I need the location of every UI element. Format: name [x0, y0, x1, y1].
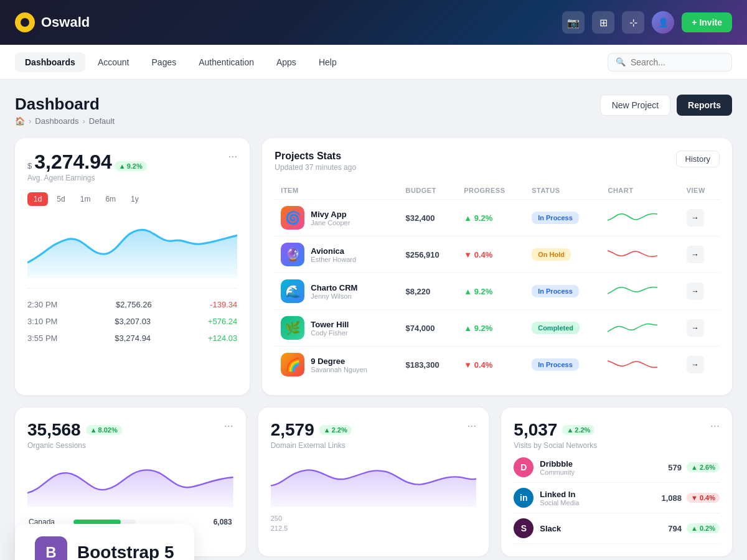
item-thumb: 🌀: [281, 206, 304, 230]
domain-links-label: Domain External Links: [271, 441, 352, 450]
time-btn-1d[interactable]: 1d: [27, 192, 48, 206]
search-input[interactable]: [631, 57, 724, 67]
view-button[interactable]: →: [687, 282, 704, 300]
domain-links-card: 2,579 ▲ 2.2% Domain External Links ···: [258, 408, 489, 556]
linkedin-icon: in: [514, 488, 533, 508]
list-item: in Linked In Social Media 1,088 ▼ 0.4%: [514, 483, 720, 513]
social-networks-value: 5,037: [514, 420, 557, 440]
nav-item-account[interactable]: Account: [88, 52, 139, 72]
view-button[interactable]: →: [687, 246, 704, 263]
search-icon: 🔍: [616, 57, 626, 67]
data-row: 3:10 PM $3,207.03 +576.24: [27, 313, 237, 330]
invite-button[interactable]: + Invite: [682, 12, 732, 32]
time-btn-5d[interactable]: 5d: [50, 192, 71, 206]
domain-more-button[interactable]: ···: [467, 420, 476, 431]
item-thumb: 🌿: [281, 316, 304, 340]
home-icon: 🏠: [15, 116, 25, 126]
nav-item-help[interactable]: Help: [309, 52, 347, 72]
item-thumb: 🌊: [281, 279, 304, 303]
history-button[interactable]: History: [676, 151, 720, 167]
new-project-button[interactable]: New Project: [600, 95, 670, 116]
item-thumb: 🌈: [281, 353, 304, 376]
share-icon[interactable]: ⊹: [622, 11, 644, 34]
slack-icon: S: [514, 518, 533, 538]
organic-more-button[interactable]: ···: [224, 420, 233, 431]
time-btn-6m[interactable]: 6m: [99, 192, 122, 206]
earnings-data-rows: 2:30 PM $2,756.26 -139.34 3:10 PM $3,207…: [27, 288, 237, 347]
social-networks-card: 5,037 ▲ 2.2% Visits by Social Networks ·…: [501, 408, 732, 556]
mini-chart: [608, 208, 674, 228]
table-row: 🔮 Avionica Esther Howard $256,910 ▼ 0.4%…: [275, 236, 720, 273]
table-row: 🌀 Mivy App Jane Cooper $32,400 ▲ 9.2% In…: [275, 200, 720, 236]
nav-item-dashboards[interactable]: Dashboards: [15, 52, 85, 72]
bootstrap-overlay: B Bootstrap 5: [15, 524, 194, 560]
top-nav: Oswald 📷 ⊞ ⊹ 👤 + Invite: [0, 0, 747, 45]
dribbble-icon: D: [514, 457, 533, 477]
page-title: Dashboard: [15, 95, 115, 114]
organic-sessions-value: 35,568: [27, 420, 81, 440]
avatar[interactable]: 👤: [652, 11, 674, 34]
mini-chart: [608, 355, 674, 375]
search-area: 🔍: [608, 53, 732, 72]
domain-links-badge: ▲ 2.2%: [319, 425, 352, 435]
organic-sessions-card: B Bootstrap 5 35,568 ▲ 8.02% Organic Ses…: [15, 408, 246, 556]
col-view: VIEW: [680, 182, 720, 200]
view-button[interactable]: →: [687, 356, 704, 373]
list-item: D Dribbble Community 579 ▲ 2.6%: [514, 452, 720, 483]
currency-symbol: $: [27, 161, 32, 170]
view-button[interactable]: →: [687, 319, 704, 337]
earnings-card: $ 3,274.94 ▲ 9.2% Avg. Agent Earnings ··…: [15, 138, 250, 395]
reports-button[interactable]: Reports: [677, 95, 732, 116]
status-badge: In Process: [532, 358, 579, 371]
time-btn-1y[interactable]: 1y: [125, 192, 145, 206]
col-status: STATUS: [525, 182, 601, 200]
organic-sessions-label: Organic Sessions: [27, 441, 122, 450]
mini-chart: [608, 318, 674, 338]
table-row: 🌈 9 Degree Savannah Nguyen $183,300 ▼ 0.…: [275, 347, 720, 383]
nav-item-apps[interactable]: Apps: [266, 52, 306, 72]
breadcrumb-dashboards[interactable]: Dashboards: [35, 116, 78, 126]
mini-chart: [608, 245, 674, 264]
organic-sessions-badge: ▲ 8.02%: [86, 425, 122, 435]
nav-item-authentication[interactable]: Authentication: [189, 52, 264, 72]
page-actions: New Project Reports: [600, 95, 732, 116]
page-content: Dashboard 🏠 › Dashboards › Default New P…: [0, 80, 747, 560]
table-row: 🌊 Charto CRM Jenny Wilson $8,220 ▲ 9.2% …: [275, 273, 720, 310]
layers-icon[interactable]: ⊞: [592, 11, 614, 34]
col-budget: BUDGET: [399, 182, 458, 200]
breadcrumb-default: Default: [89, 116, 115, 126]
view-button[interactable]: →: [687, 209, 704, 226]
nav-right: 📷 ⊞ ⊹ 👤 + Invite: [562, 11, 732, 34]
nav-item-pages[interactable]: Pages: [142, 52, 187, 72]
earnings-chart: [27, 216, 237, 278]
status-badge: Completed: [532, 322, 580, 334]
main-cards-row: $ 3,274.94 ▲ 9.2% Avg. Agent Earnings ··…: [15, 138, 732, 395]
social-networks-label: Visits by Social Networks: [514, 441, 597, 450]
bootstrap-icon: B: [35, 536, 67, 560]
social-networks-badge: ▲ 2.2%: [562, 425, 594, 435]
projects-title: Projects Stats: [275, 151, 356, 162]
time-btn-1m[interactable]: 1m: [74, 192, 97, 206]
domain-links-value: 2,579: [271, 420, 314, 440]
camera-icon[interactable]: 📷: [562, 11, 585, 34]
status-badge: On Hold: [532, 248, 571, 261]
col-chart: CHART: [601, 182, 680, 200]
mini-chart: [608, 281, 674, 301]
list-item: S Slack 794 ▲ 0.2%: [514, 513, 720, 544]
bootstrap-label: Bootstrap 5: [77, 543, 174, 560]
social-more-button[interactable]: ···: [710, 420, 720, 431]
organic-sessions-chart: [27, 457, 233, 507]
logo-area: Oswald: [15, 12, 90, 32]
secondary-nav: Dashboards Account Pages Authentication …: [0, 45, 747, 80]
projects-table: ITEM BUDGET PROGRESS STATUS CHART VIEW 🌀: [275, 182, 720, 383]
logo-icon: [15, 12, 35, 32]
domain-links-chart: [271, 457, 477, 507]
status-badge: In Process: [532, 285, 579, 297]
app-name: Oswald: [41, 14, 90, 30]
item-thumb: 🔮: [281, 243, 304, 266]
social-rows: D Dribbble Community 579 ▲ 2.6% in: [514, 452, 720, 544]
table-row: 🌿 Tower Hill Cody Fisher $74,000 ▲ 9.2% …: [275, 310, 720, 347]
earnings-amount: 3,274.94: [34, 151, 112, 174]
data-row: 2:30 PM $2,756.26 -139.34: [27, 296, 237, 313]
earnings-more-button[interactable]: ···: [228, 151, 237, 162]
